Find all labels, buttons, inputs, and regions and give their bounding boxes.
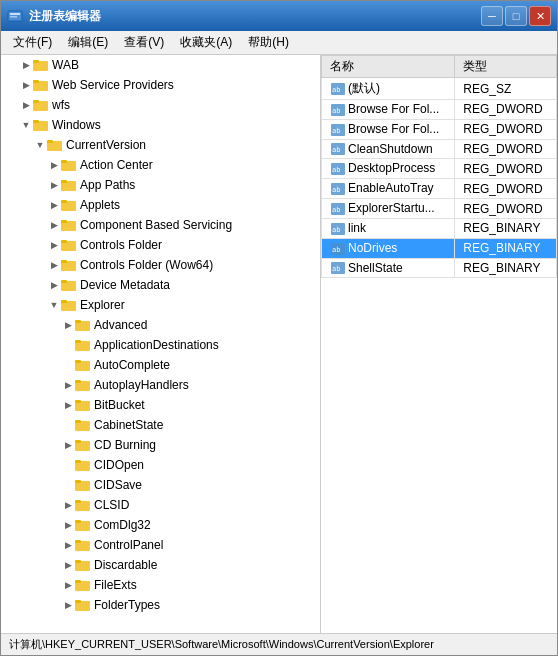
label-control-panel: ControlPanel [94, 538, 163, 552]
label-autocomplete: AutoComplete [94, 358, 170, 372]
reg-value-name: ab NoDrives [322, 238, 455, 258]
window-controls: ─ □ ✕ [481, 6, 551, 26]
app-icon [7, 8, 23, 24]
tree-item-app-paths[interactable]: ▶ App Paths [1, 175, 320, 195]
tree-item-clsid[interactable]: ▶ CLSID [1, 495, 320, 515]
expander-action-center[interactable]: ▶ [47, 158, 61, 172]
expander-wab[interactable]: ▶ [19, 58, 33, 72]
table-row[interactable]: ab DesktopProcessREG_DWORD [322, 159, 557, 179]
menu-view[interactable]: 查看(V) [116, 32, 172, 53]
reg-value-name: ab Browse For Fol... [322, 100, 455, 120]
tree-item-app-destinations[interactable]: ▶ ApplicationDestinations [1, 335, 320, 355]
tree-item-advanced[interactable]: ▶ Advanced [1, 315, 320, 335]
expander-folder-types[interactable]: ▶ [61, 598, 75, 612]
expander-controls-folder[interactable]: ▶ [47, 238, 61, 252]
expander-discardable[interactable]: ▶ [61, 558, 75, 572]
reg-value-type: REG_DWORD [455, 100, 557, 120]
svg-rect-9 [33, 100, 39, 103]
table-row[interactable]: ab ShellStateREG_BINARY [322, 258, 557, 278]
folder-icon-explorer [61, 298, 77, 312]
tree-item-controls-folder[interactable]: ▶ Controls Folder [1, 235, 320, 255]
expander-control-panel[interactable]: ▶ [61, 538, 75, 552]
tree-item-cabinet-state[interactable]: ▶ CabinetState [1, 415, 320, 435]
tree-item-wsp[interactable]: ▶ Web Service Providers [1, 75, 320, 95]
expander-cd-burning[interactable]: ▶ [61, 438, 75, 452]
tree-item-controls-wow64[interactable]: ▶ Controls Folder (Wow64) [1, 255, 320, 275]
menu-edit[interactable]: 编辑(E) [60, 32, 116, 53]
tree-item-bitbucket[interactable]: ▶ BitBucket [1, 395, 320, 415]
expander-cbs[interactable]: ▶ [47, 218, 61, 232]
registry-table: 名称 类型 ab (默认)REG_SZ ab Browse For Fol...… [321, 55, 557, 278]
tree-item-autocomplete[interactable]: ▶ AutoComplete [1, 355, 320, 375]
tree-item-folder-types[interactable]: ▶ FolderTypes [1, 595, 320, 615]
table-row[interactable]: ab Browse For Fol...REG_DWORD [322, 119, 557, 139]
tree-item-wab[interactable]: ▶ WAB [1, 55, 320, 75]
tree-item-cidsave[interactable]: ▶ CIDSave [1, 475, 320, 495]
expander-explorer[interactable]: ▼ [47, 298, 61, 312]
expander-file-exts[interactable]: ▶ [61, 578, 75, 592]
label-currentversion: CurrentVersion [66, 138, 146, 152]
tree-item-currentversion[interactable]: ▼ CurrentVersion [1, 135, 320, 155]
maximize-button[interactable]: □ [505, 6, 527, 26]
expander-app-paths[interactable]: ▶ [47, 178, 61, 192]
registry-values-panel: 名称 类型 ab (默认)REG_SZ ab Browse For Fol...… [321, 55, 557, 633]
expander-applets[interactable]: ▶ [47, 198, 61, 212]
expander-advanced[interactable]: ▶ [61, 318, 75, 332]
menu-favorites[interactable]: 收藏夹(A) [172, 32, 240, 53]
svg-rect-13 [47, 140, 53, 143]
expander-clsid[interactable]: ▶ [61, 498, 75, 512]
table-row[interactable]: ab NoDrivesREG_BINARY [322, 238, 557, 258]
expander-wsp[interactable]: ▶ [19, 78, 33, 92]
label-folder-types: FolderTypes [94, 598, 160, 612]
table-row[interactable]: ab EnableAutoTrayREG_DWORD [322, 179, 557, 199]
expander-controls-wow64[interactable]: ▶ [47, 258, 61, 272]
tree-item-cd-burning[interactable]: ▶ CD Burning [1, 435, 320, 455]
reg-value-name: ab ShellState [322, 258, 455, 278]
svg-rect-2 [10, 16, 17, 18]
svg-rect-17 [61, 180, 67, 183]
tree-item-action-center[interactable]: ▶ Action Center [1, 155, 320, 175]
tree-item-autoplay[interactable]: ▶ AutoplayHandlers [1, 375, 320, 395]
svg-rect-15 [61, 160, 67, 163]
menu-file[interactable]: 文件(F) [5, 32, 60, 53]
reg-value-type: REG_BINARY [455, 258, 557, 278]
minimize-button[interactable]: ─ [481, 6, 503, 26]
table-row[interactable]: ab CleanShutdownREG_DWORD [322, 139, 557, 159]
expander-bitbucket[interactable]: ▶ [61, 398, 75, 412]
tree-item-file-exts[interactable]: ▶ FileExts [1, 575, 320, 595]
tree-item-explorer[interactable]: ▼ Explorer [1, 295, 320, 315]
expander-device-metadata[interactable]: ▶ [47, 278, 61, 292]
close-button[interactable]: ✕ [529, 6, 551, 26]
registry-tree[interactable]: ▶ WAB ▶ Web Service Providers ▶ [1, 55, 321, 633]
table-row[interactable]: ab (默认)REG_SZ [322, 78, 557, 100]
table-row[interactable]: ab Browse For Fol...REG_DWORD [322, 100, 557, 120]
tree-item-applets[interactable]: ▶ Applets [1, 195, 320, 215]
tree-item-cbs[interactable]: ▶ Component Based Servicing [1, 215, 320, 235]
reg-value-type: REG_DWORD [455, 139, 557, 159]
expander-comdlg32[interactable]: ▶ [61, 518, 75, 532]
expander-currentversion[interactable]: ▼ [33, 138, 47, 152]
folder-icon-cbs [61, 218, 77, 232]
svg-text:ab: ab [332, 107, 340, 115]
tree-item-control-panel[interactable]: ▶ ControlPanel [1, 535, 320, 555]
reg-value-icon: ab [330, 242, 346, 256]
svg-text:ab: ab [332, 166, 340, 174]
label-explorer: Explorer [80, 298, 125, 312]
tree-item-wfs[interactable]: ▶ wfs [1, 95, 320, 115]
table-row[interactable]: ab ExplorerStartu...REG_DWORD [322, 199, 557, 219]
status-bar: 计算机\HKEY_CURRENT_USER\Software\Microsoft… [1, 633, 557, 655]
expander-wfs[interactable]: ▶ [19, 98, 33, 112]
svg-rect-57 [75, 580, 81, 583]
tree-item-discardable[interactable]: ▶ Discardable [1, 555, 320, 575]
table-row[interactable]: ab linkREG_BINARY [322, 218, 557, 238]
tree-item-device-metadata[interactable]: ▶ Device Metadata [1, 275, 320, 295]
svg-text:ab: ab [332, 86, 340, 94]
tree-item-cidopen[interactable]: ▶ CIDOpen [1, 455, 320, 475]
svg-rect-27 [61, 280, 67, 283]
expander-windows[interactable]: ▼ [19, 118, 33, 132]
tree-item-windows[interactable]: ▼ Windows [1, 115, 320, 135]
menu-help[interactable]: 帮助(H) [240, 32, 297, 53]
tree-item-comdlg32[interactable]: ▶ ComDlg32 [1, 515, 320, 535]
expander-autoplay[interactable]: ▶ [61, 378, 75, 392]
svg-text:ab: ab [332, 226, 340, 234]
